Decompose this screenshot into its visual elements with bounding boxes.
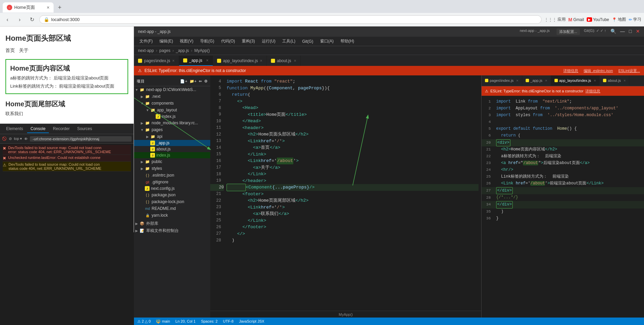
tree-packagejson[interactable]: { } package.json xyxy=(134,192,210,198)
menu-navigate[interactable]: 导航(G) xyxy=(197,38,217,45)
tree-aboutjs[interactable]: J about.js xyxy=(134,146,210,152)
status-errors[interactable]: ⚠ 2 △ 0 xyxy=(137,319,151,324)
tree-components[interactable]: ▼ 📁 components xyxy=(134,100,210,107)
status-lang[interactable]: JavaScript JSX xyxy=(239,319,265,323)
right-error-link[interactable]: 详细信息 xyxy=(585,89,600,94)
menu-run[interactable]: 运行(U) xyxy=(259,38,278,45)
file-tree-actions: 📄+ 📁+ ⇐ ⚙ xyxy=(180,79,208,84)
right-tab-appjs-close[interactable]: × xyxy=(545,78,547,83)
bookmark-apps[interactable]: ⋮⋮⋮ 应用 xyxy=(544,17,566,22)
status-git[interactable]: 🔱 main xyxy=(156,319,170,324)
nav-home[interactable]: 首页 xyxy=(5,48,15,53)
breadcrumb-myapp[interactable]: MyApp() xyxy=(194,48,210,53)
browser-tab[interactable]: ⌂ Home页面 × xyxy=(3,2,54,13)
nav-about[interactable]: 关于 xyxy=(19,48,28,53)
ide-maximize-icon[interactable]: □ xyxy=(629,29,632,35)
tab-close-appjs[interactable]: × xyxy=(206,58,209,63)
close-tab-button[interactable]: × xyxy=(47,5,50,10)
ide-tabs-row: pages\index.js × _app.js × app_layout\in… xyxy=(134,55,644,66)
settings-icon[interactable]: ⚙ xyxy=(204,79,208,84)
menu-edit[interactable]: 编辑(E) xyxy=(157,38,176,45)
tree-packagelockjson[interactable]: { } package-lock.json xyxy=(134,198,210,205)
console-clear-button[interactable]: 🚫 xyxy=(2,137,7,141)
back-button[interactable]: ‹ xyxy=(3,15,12,24)
tree-styles[interactable]: ▶ 📁 styles xyxy=(134,165,210,172)
tree-root[interactable]: ▼ 📁 next-app D:\CWork\WebS... xyxy=(134,86,210,93)
tab-close-indexjs[interactable]: × xyxy=(172,58,175,63)
tab-close-layoutjs[interactable]: × xyxy=(260,58,262,63)
console-eye-button[interactable]: 👁 xyxy=(24,137,28,141)
tree-next[interactable]: ▶ 📁 .next xyxy=(134,93,210,100)
right-tab-aboutjs[interactable]: about.js × xyxy=(600,75,629,86)
forward-button[interactable]: › xyxy=(15,15,24,24)
error-settings-link[interactable]: ESLint设置... xyxy=(618,68,640,73)
tree-indexjs[interactable]: J index.js xyxy=(134,152,210,158)
console-filter-input[interactable] xyxy=(30,136,132,142)
right-tab-appjs[interactable]: _app.js × xyxy=(522,75,551,86)
new-tab-button[interactable]: + xyxy=(55,3,64,12)
tree-app-layout[interactable]: ▼ 📁 app_layout xyxy=(134,107,210,113)
right-tab-indexjs-close[interactable]: × xyxy=(516,78,518,83)
tree-yarnlock[interactable]: 🔒 yarn.lock xyxy=(134,212,210,219)
tree-scratch[interactable]: ▶ 📝 草稿文件和控制台 xyxy=(134,227,210,234)
tree-app-layout-index[interactable]: J index.js xyxy=(134,113,210,120)
right-code-2: import AppLayout from '../components/app… xyxy=(493,105,644,112)
error-edit-link[interactable]: 编辑 .eslintrc.json xyxy=(584,68,613,73)
right-tab-indexjs[interactable]: pages\index.js × xyxy=(482,75,522,86)
bookmark-study[interactable]: ✏ 学习 xyxy=(629,17,641,22)
tree-pages[interactable]: ▼ 📁 pages xyxy=(134,126,210,133)
ide-tab-layoutjs[interactable]: app_layout\index.js × xyxy=(213,56,267,66)
ide-minimize-icon[interactable]: — xyxy=(620,29,625,35)
ide-tab-aboutjs[interactable]: about.js × xyxy=(267,56,301,66)
devtools-tab-sources[interactable]: Sources xyxy=(74,125,95,133)
tree-nextconfig[interactable]: J next.config.js xyxy=(134,185,210,192)
address-bar[interactable]: 🔒 localhost:3000 xyxy=(39,15,542,24)
ln-16: 16 xyxy=(210,158,221,164)
menu-help[interactable]: 帮助(H) xyxy=(338,38,357,45)
error-detail-link[interactable]: 详细信息 xyxy=(563,68,578,73)
tree-externals[interactable]: ▶ 📦 外部库 xyxy=(134,220,210,227)
menu-view[interactable]: 视图(V) xyxy=(177,38,196,45)
new-folder-icon[interactable]: 📁+ xyxy=(190,79,197,84)
menu-git[interactable]: Git(G) xyxy=(299,38,316,44)
tree-readme[interactable]: md README.md xyxy=(134,205,210,212)
tree-gitignore[interactable]: git .gitignore xyxy=(134,179,210,185)
ide-tab-aboutjs-label: about.js xyxy=(277,58,291,63)
menu-tools[interactable]: 工具(L) xyxy=(279,38,298,45)
tree-eslintrc[interactable]: { } .eslintrc.json xyxy=(134,172,210,179)
ide-tab-indexjs[interactable]: pages\index.js × xyxy=(134,56,179,66)
bookmark-youtube[interactable]: ▶ YouTube xyxy=(587,17,609,22)
menu-refactor[interactable]: 重构(3) xyxy=(239,38,258,45)
right-tab-layoutjs-close[interactable]: × xyxy=(594,78,596,83)
devtools-tab-console[interactable]: Console xyxy=(27,125,49,133)
refresh-button[interactable]: ↻ xyxy=(27,15,37,24)
ide-search-icon[interactable]: 🔍 xyxy=(610,29,616,35)
right-tab-aboutjs-close[interactable]: × xyxy=(624,78,626,83)
collapse-all-icon[interactable]: ⇐ xyxy=(199,79,202,84)
tree-api[interactable]: ▶ 📁 api xyxy=(134,133,210,140)
tree-public[interactable]: ▶ 📁 public xyxy=(134,158,210,165)
breadcrumb-appjs[interactable]: _app.js xyxy=(176,48,189,53)
tree-appjs[interactable]: J _app.js xyxy=(134,140,210,146)
footer-link[interactable]: 联系我们 xyxy=(5,111,128,117)
right-tab-layoutjs[interactable]: app_layout\index.js × xyxy=(551,75,600,86)
devtools-tab-recorder[interactable]: Recorder xyxy=(50,125,73,133)
breadcrumb-root[interactable]: next-app xyxy=(138,48,154,53)
menu-file[interactable]: 文件(F) xyxy=(137,38,155,45)
console-filter-button[interactable]: ⊘ xyxy=(9,137,12,141)
right-tab-aboutjs-label: about.js xyxy=(608,78,621,83)
menu-window[interactable]: 窗口(A) xyxy=(317,38,336,45)
menu-code[interactable]: 代码(O) xyxy=(218,38,238,45)
bookmark-map[interactable]: 📍 地图 xyxy=(612,17,626,22)
ln-20: 20 xyxy=(210,184,224,191)
add-config-button[interactable]: 添加配置... xyxy=(557,29,580,35)
new-file-icon[interactable]: 📄+ xyxy=(180,79,187,84)
breadcrumb-pages[interactable]: pages xyxy=(159,48,171,53)
tab-close-aboutjs[interactable]: × xyxy=(294,58,296,63)
console-top-dropdown[interactable]: top ▾ xyxy=(14,137,22,141)
devtools-tab-elements[interactable]: Elements xyxy=(3,125,26,133)
ide-close-icon[interactable]: ✕ xyxy=(636,29,640,35)
ide-tab-appjs[interactable]: _app.js × xyxy=(179,56,213,66)
tree-node-modules[interactable]: ▶ 📁 node_modules library.rc... xyxy=(134,120,210,126)
bookmark-gmail[interactable]: M Gmail xyxy=(568,17,584,22)
